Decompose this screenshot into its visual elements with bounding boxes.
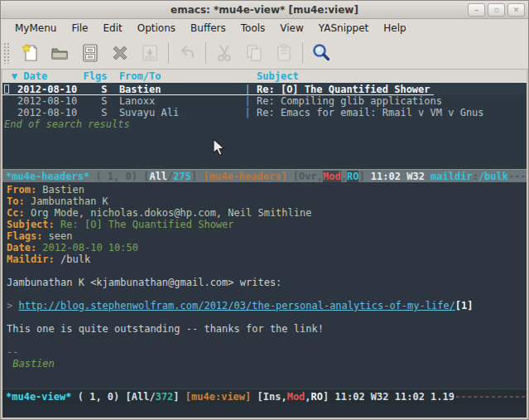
field-value-subject: Re: [O] The Quantified Shower [60, 219, 234, 230]
column-flags[interactable]: Flgs [84, 70, 119, 82]
toolbar-separator [302, 42, 303, 64]
signature: Bastien [12, 358, 55, 369]
menu-tools[interactable]: Tools [233, 21, 273, 36]
maximize-button[interactable]: ▫ [488, 3, 505, 17]
body-intro-line: Jambunathan K <kjambunathan@gmail.com> w… [7, 277, 527, 288]
minimize-button[interactable]: – [468, 3, 485, 17]
field-label: Subject [7, 219, 49, 230]
headers-mode-line[interactable]: *mu4e-headers* ( 1, 0) [All/275] [mu4e-h… [2, 169, 527, 182]
column-subject[interactable]: Subject [257, 70, 299, 82]
message-row[interactable]: 2012-08-10 S Lanoxx | Re: Compiling glib… [2, 95, 527, 107]
emacs-window: emacs: *mu4e-view* [mu4e:view] – ▫ ✕ MyM… [0, 0, 529, 420]
menu-view[interactable]: View [272, 21, 310, 36]
field-value-date: 2012-08-10 10:50 [42, 242, 138, 253]
menu-yasnippet[interactable]: YASnippet [311, 21, 377, 36]
message-row[interactable]: 2012-08-10 S Bastien | Re: [O] The Quant… [2, 84, 527, 95]
hollow-cursor [4, 84, 9, 94]
titlebar[interactable]: emacs: *mu4e-view* [mu4e:view] – ▫ ✕ [1, 1, 528, 19]
signature-separator: -- [7, 346, 527, 358]
menu-mymenu[interactable]: MyMenu [7, 21, 64, 36]
menu-edit[interactable]: Edit [96, 21, 130, 36]
body-quote-line: > http://blog.stephenwolfram.com/2012/03… [7, 300, 527, 311]
emacs-frame: ▼ Date Flgs From/To Subject 2012-08-10 S… [1, 70, 528, 419]
search-icon[interactable] [306, 41, 336, 65]
subject-separator: | [245, 95, 257, 107]
open-folder-icon[interactable] [46, 41, 75, 65]
body-comment-line: This one is quite outstanding -- thanks … [7, 323, 527, 335]
window-title: emacs: *mu4e-view* [mu4e:view] [171, 4, 358, 16]
field-label: To [7, 196, 18, 207]
quote-mark: > [7, 300, 18, 311]
field-value-to: Jambunathan K [31, 196, 108, 207]
end-of-search-message: End of search results [2, 118, 527, 130]
field-label: Date [7, 242, 31, 253]
close-x-icon[interactable] [105, 41, 135, 65]
toolbar-separator [205, 42, 206, 64]
subject-separator: | [245, 84, 257, 95]
hyperlink[interactable]: http://blog.stephenwolfram.com/2012/03/t… [18, 300, 454, 311]
subject-separator: | [245, 107, 257, 118]
file-cabinet-icon[interactable] [75, 41, 105, 65]
link-reference: [1] [455, 300, 474, 311]
menu-help[interactable]: Help [376, 21, 413, 36]
message-row[interactable]: 2012-08-10 S Suvayu Ali | Re: Emacs for … [2, 107, 527, 118]
echo-area[interactable] [2, 403, 527, 418]
field-value-maildir: /bulk [60, 253, 90, 265]
field-value-from: Bastien [42, 184, 84, 196]
close-button[interactable]: ✕ [507, 3, 525, 17]
field-label: From [7, 184, 31, 196]
cut-icon [209, 41, 239, 65]
menu-buffers[interactable]: Buffers [183, 21, 233, 36]
view-mode-line[interactable]: *mu4e-view* ( 1, 0) [All/372] [mu4e:view… [2, 389, 527, 403]
field-value-flags: seen [49, 230, 73, 242]
field-label: Cc [7, 207, 18, 219]
tool-bar [1, 37, 528, 70]
undo-icon [172, 41, 202, 65]
save-icon [135, 41, 165, 65]
copy-icon [239, 41, 269, 65]
mu4e-view-window: From: Bastien To: Jambunathan K Cc: Org … [2, 182, 527, 389]
column-from[interactable]: From/To [119, 70, 257, 82]
toolbar-grip-handle[interactable] [3, 42, 11, 64]
column-date[interactable]: ▼ Date [2, 70, 84, 82]
headers-column-header: ▼ Date Flgs From/To Subject [2, 70, 527, 83]
menu-file[interactable]: File [64, 21, 95, 36]
mu4e-headers-window: 2012-08-10 S Bastien | Re: [O] The Quant… [2, 83, 527, 169]
menu-options[interactable]: Options [130, 21, 183, 36]
menu-bar: MyMenu File Edit Options Buffers Tools V… [1, 19, 528, 37]
field-value-cc: Org Mode, nicholas.dokos@hp.com, Neil Sm… [31, 207, 312, 219]
paste-icon [269, 41, 299, 65]
window-controls: – ▫ ✕ [468, 3, 525, 17]
toolbar-separator [168, 42, 169, 64]
field-label: Maildir [7, 253, 49, 265]
new-file-icon[interactable] [16, 41, 46, 65]
field-label: Flags [7, 230, 36, 242]
